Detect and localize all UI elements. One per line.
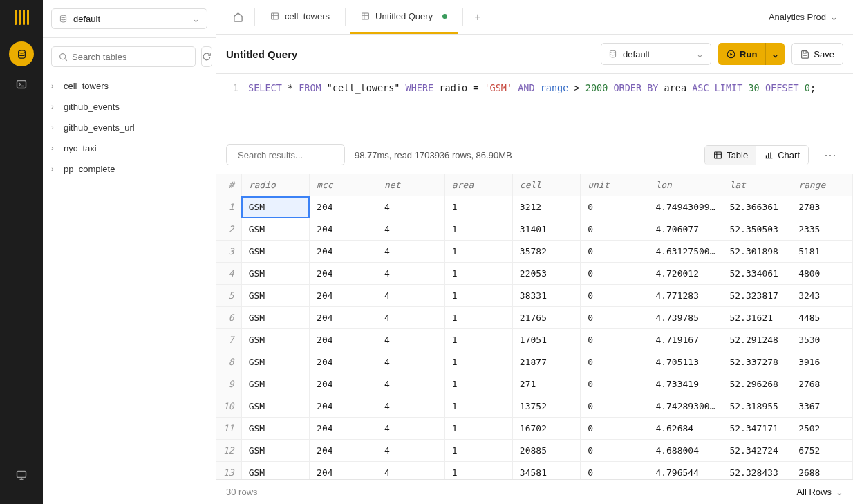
table-cell[interactable]: 0 [581,351,648,373]
table-tree-item[interactable]: ›github_events_url [51,117,207,138]
table-cell[interactable]: 52.342724 [722,440,791,462]
table-cell[interactable]: 0 [581,440,648,462]
table-tree-item[interactable]: ›cell_towers [51,75,207,96]
table-cell[interactable]: 52.296268 [722,373,791,395]
table-cell[interactable]: 52.291248 [722,329,791,351]
database-selector[interactable]: default ⌄ [51,8,207,29]
table-cell[interactable]: GSM [241,263,309,285]
table-cell[interactable]: 21765 [512,307,580,329]
table-cell[interactable]: 4 [377,241,444,263]
table-tree-item[interactable]: ›github_events [51,96,207,117]
table-cell[interactable]: 204 [310,418,377,440]
column-header[interactable]: range [791,174,853,196]
nav-tables[interactable] [9,41,34,66]
table-cell[interactable]: 204 [310,395,377,418]
table-cell[interactable]: 204 [310,329,377,351]
table-cell[interactable]: 204 [310,263,377,285]
table-cell[interactable]: 1 [444,307,512,329]
table-cell[interactable]: 31401 [512,218,580,241]
table-cell[interactable]: GSM [241,462,309,480]
column-header[interactable]: net [377,174,444,196]
table-cell[interactable]: 204 [310,373,377,395]
table-cell[interactable]: 52.350503 [722,218,791,241]
table-cell[interactable]: 4 [377,218,444,241]
table-cell[interactable]: GSM [241,285,309,307]
column-header[interactable]: mcc [310,174,377,196]
table-cell[interactable]: 204 [310,351,377,373]
run-options-chevron[interactable]: ⌄ [765,43,785,65]
table-cell[interactable]: 4.739785 [648,307,722,329]
table-cell[interactable]: 4485 [791,307,853,329]
table-cell[interactable]: 204 [310,218,377,241]
table-cell[interactable]: 4 [377,462,444,480]
add-tab-button[interactable]: + [467,0,487,34]
table-cell[interactable]: 3243 [791,285,853,307]
table-cell[interactable]: 7 [216,329,241,351]
table-cell[interactable]: GSM [241,218,309,241]
table-cell[interactable]: 0 [581,462,648,480]
home-tab[interactable] [226,0,250,34]
table-cell[interactable]: 1 [444,418,512,440]
table-cell[interactable]: 2335 [791,218,853,241]
table-cell[interactable]: 20885 [512,440,580,462]
table-cell[interactable]: 204 [310,307,377,329]
environment-selector[interactable]: Analytics Prod ⌄ [763,0,843,34]
tab[interactable]: cell_towers [259,0,341,34]
column-header[interactable]: lon [648,174,722,196]
table-cell[interactable]: 3 [216,241,241,263]
column-header[interactable]: cell [512,174,580,196]
table-cell[interactable]: 3530 [791,329,853,351]
table-cell[interactable]: GSM [241,395,309,418]
table-cell[interactable]: 4.62684 [648,418,722,440]
nav-console[interactable] [9,72,34,97]
table-cell[interactable]: GSM [241,196,309,218]
table-cell[interactable]: 2 [216,218,241,241]
pager-selector[interactable]: All Rows ⌄ [796,487,843,497]
table-cell[interactable]: 4 [377,263,444,285]
tab[interactable]: Untitled Query [350,0,458,34]
table-cell[interactable]: 4.771283 [648,285,722,307]
table-cell[interactable]: 1 [444,196,512,218]
table-cell[interactable]: GSM [241,373,309,395]
table-cell[interactable]: 52.334061 [722,263,791,285]
table-cell[interactable]: 13752 [512,395,580,418]
table-cell[interactable]: 52.318955 [722,395,791,418]
table-cell[interactable]: GSM [241,440,309,462]
search-results-input[interactable] [226,144,345,165]
table-cell[interactable]: 6752 [791,440,853,462]
table-cell[interactable]: 21877 [512,351,580,373]
table-cell[interactable]: 4.705113 [648,351,722,373]
column-header[interactable]: radio [241,174,309,196]
table-cell[interactable]: 3916 [791,351,853,373]
column-header[interactable]: lat [722,174,791,196]
table-cell[interactable]: 4 [377,351,444,373]
table-cell[interactable]: 6 [216,307,241,329]
sql-editor[interactable]: 1 SELECT * FROM "cell_towers" WHERE radi… [216,74,853,136]
refresh-button[interactable] [201,46,212,67]
table-tree-item[interactable]: ›pp_complete [51,158,207,179]
table-cell[interactable]: 4 [377,196,444,218]
table-cell[interactable]: 4 [377,395,444,418]
table-cell[interactable]: 5181 [791,241,853,263]
table-cell[interactable]: 1 [444,263,512,285]
more-options-button[interactable]: ⋯ [818,147,843,162]
table-cell[interactable]: 0 [581,218,648,241]
table-cell[interactable]: 12 [216,440,241,462]
table-cell[interactable]: 2688 [791,462,853,480]
table-cell[interactable]: 38331 [512,285,580,307]
table-cell[interactable]: 4.719167 [648,329,722,351]
query-database-selector[interactable]: default ⌄ [601,43,711,65]
table-cell[interactable]: 52.347171 [722,418,791,440]
table-cell[interactable]: 1 [444,395,512,418]
table-cell[interactable]: 271 [512,373,580,395]
table-cell[interactable]: 52.31621 [722,307,791,329]
table-cell[interactable]: 4 [377,285,444,307]
table-cell[interactable]: 1 [444,440,512,462]
table-cell[interactable]: 3212 [512,196,580,218]
table-view-button[interactable]: Table [705,146,756,165]
table-cell[interactable]: GSM [241,329,309,351]
table-cell[interactable]: 5 [216,285,241,307]
table-cell[interactable]: 9 [216,373,241,395]
table-cell[interactable]: 4.74289300… [648,395,722,418]
table-cell[interactable]: 0 [581,373,648,395]
